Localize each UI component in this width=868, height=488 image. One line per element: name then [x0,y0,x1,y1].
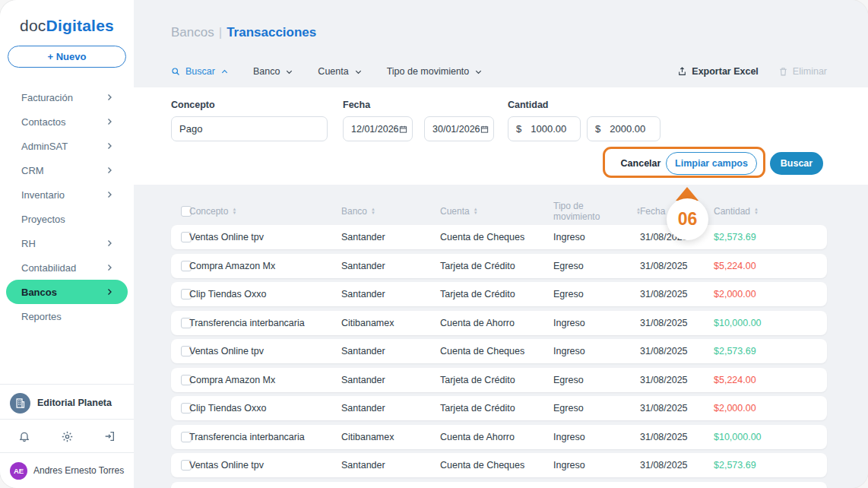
currency-prefix: $ [516,123,521,135]
new-button[interactable]: + Nuevo [8,46,126,68]
filter-tab-tipo-de-movimiento[interactable]: Tipo de movimiento [387,66,483,77]
calendar-icon [480,125,489,134]
chevron-right-icon [105,287,114,296]
sidebar-item-contabilidad[interactable]: Contabilidad [6,255,128,280]
cell-concepto: Compra Amazon Mx [189,261,341,271]
cell-cuenta: Tarjeta de Crédito [440,261,553,271]
table-row[interactable]: Clip Tiendas Oxxo Santander Tarjeta de C… [171,396,827,420]
search-button[interactable]: Buscar [770,152,823,175]
cantidad-min-input[interactable]: $ 1000.00 [508,116,581,141]
sidebar-item-bancos[interactable]: Bancos [6,280,128,304]
organization-switcher[interactable]: Editorial Planeta [0,391,134,415]
chevron-right-icon [105,117,114,126]
breadcrumb-parent[interactable]: Bancos [171,25,214,40]
export-excel-button[interactable]: Exportar Excel [677,66,759,77]
avatar: AE [10,462,27,480]
table-actions: Exportar Excel Eliminar [677,66,827,77]
cell-cuenta: Tarjeta de Crédito [440,289,553,299]
filter-tab-bar: Buscar Banco Cuenta Tipo de movimiento [171,66,483,77]
table-row[interactable]: Transferencia interbancaria Citibanamex … [171,311,827,335]
fecha-to-input[interactable]: 30/01/2026 [424,116,494,141]
cell-tipo: Egreso [553,289,640,299]
clear-fields-button[interactable]: Limpiar campos [666,152,757,175]
user-menu[interactable]: AE Andres Ernesto Torres [0,459,134,482]
cell-tipo: Ingreso [553,346,640,356]
filter-tab-banco[interactable]: Banco [253,66,293,77]
logout-icon[interactable] [103,430,116,442]
sidebar-item-proyectos[interactable]: Proyectos [6,207,128,231]
cell-concepto: Clip Tiendas Oxxo [189,403,341,414]
column-header-cantidad[interactable]: Cantidad▲▼ [714,206,827,217]
delete-button[interactable]: Eliminar [778,66,827,77]
app-logo: docDigitales [0,0,134,35]
sidebar-item-adminsat[interactable]: AdminSAT [6,134,128,158]
cell-concepto: Clip Tiendas Oxxo [189,289,341,299]
sort-icon: ▲▼ [371,208,375,215]
page-title: Transacciones [227,25,316,40]
table-body: Ventas Online tpv Santander Cuenta de Ch… [171,225,827,488]
cell-fecha: 31/08/2025 [640,432,714,442]
chevron-right-icon [105,93,114,102]
fecha-from-input[interactable]: 12/01/2026 [343,116,413,141]
cell-banco: Citibanamex [341,318,440,328]
breadcrumb-separator: | [219,25,222,40]
sort-icon: ▲▼ [474,208,477,215]
sort-icon: ▲▼ [754,208,758,215]
column-header-cuenta[interactable]: Cuenta▲▼ [440,206,553,217]
filter-tab-cuenta[interactable]: Cuenta [318,66,362,77]
cell-fecha: 31/08/2025 [640,346,714,356]
cell-cuenta: Cuenta de Cheques [440,232,553,242]
cancel-button[interactable]: Cancelar [617,152,664,175]
concepto-label: Concepto [171,100,215,110]
table-row[interactable]: Clip Tiendas Oxxo Santander Tarjeta de C… [171,282,827,306]
app-window: docDigitales + Nuevo Facturación Contact… [0,0,868,488]
filter-tab-buscar[interactable]: Buscar [171,66,229,77]
sidebar-item-contactos[interactable]: Contactos [6,109,128,134]
table-row[interactable]: Compra Amazon Mx Santander Tarjeta de Cr… [171,368,827,392]
settings-gear-icon[interactable] [61,430,74,443]
filter-tab-label: Cuenta [318,66,348,77]
column-header-tipo[interactable]: Tipo de movimiento▲▼ [553,201,640,222]
cell-concepto: Compra Amazon Mx [189,375,341,385]
cantidad-max-input[interactable]: $ 2000.00 [587,116,661,141]
chevron-right-icon [105,263,114,272]
cell-tipo: Egreso [553,403,640,414]
chevron-right-icon [105,141,114,151]
cell-banco: Santander [341,232,440,242]
cell-cuenta: Cuenta de Cheques [440,346,553,356]
chevron-right-icon [105,190,114,199]
table-row[interactable]: Compra Amazon Mx Santander Tarjeta de Cr… [171,254,827,278]
table-row[interactable]: Ventas Online tpv Santander Cuenta de Ch… [171,225,827,249]
cell-fecha: 31/08/2025 [640,318,714,328]
cell-cuenta: Cuenta de Cheques [440,460,553,471]
sidebar-item-facturación[interactable]: Facturación [6,85,128,109]
chevron-right-icon [105,239,114,248]
sidebar-item-rh[interactable]: RH [6,231,128,255]
sidebar-item-reportes[interactable]: Reportes [6,304,128,328]
column-header-banco[interactable]: Banco▲▼ [341,206,440,217]
building-icon [10,393,30,414]
sidebar-item-inventario[interactable]: Inventario [6,182,128,207]
cantidad-label: Cantidad [508,100,548,110]
sidebar-item-crm[interactable]: CRM [6,158,128,182]
table-row[interactable]: Ventas Online tpv Santander Cuenta de Ch… [171,453,827,477]
cell-cantidad: $10,000.00 [714,432,827,442]
column-header-concepto[interactable]: Concepto▲▼ [189,206,341,217]
table-row[interactable]: Transferencia interbancaria Citibanamex … [171,425,827,449]
table-row[interactable]: Ventas Online tpv Santander Cuenta de Ch… [171,339,827,363]
export-excel-label: Exportar Excel [692,66,759,77]
cell-fecha: 31/08/2025 [640,261,714,271]
chevron-icon [220,68,229,76]
chevron-right-icon [105,166,114,175]
filter-tab-label: Tipo de movimiento [387,66,470,77]
chevron-icon [285,68,293,76]
user-name: Andres Ernesto Torres [33,465,124,476]
cell-concepto: Ventas Online tpv [189,460,341,471]
cell-cuenta: Tarjeta de Crédito [440,403,553,414]
notifications-bell-icon[interactable] [18,430,30,442]
sort-icon: ▲▼ [232,208,236,215]
concepto-input[interactable]: Pago [171,116,328,141]
cell-concepto: Ventas Online tpv [189,232,341,242]
breadcrumb: Bancos|Transacciones [171,25,316,40]
table-row[interactable]: Compra Amazon Mx Santander Tarjeta de Cr… [171,482,827,488]
